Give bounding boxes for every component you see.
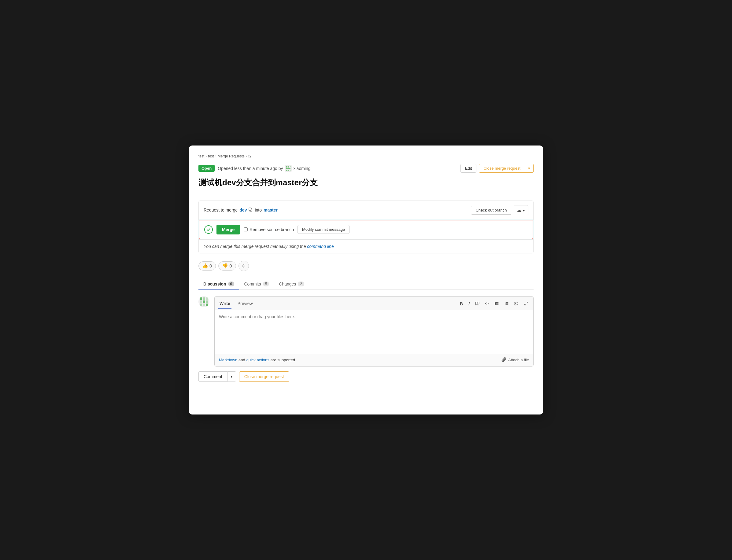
comment-dropdown-arrow-icon: ▾ [231,374,233,379]
main-window: test › test › Merge Requests › !2 Open O… [189,146,543,414]
tabs-row: Discussion 0 Commits 5 Changes 2 [198,278,534,290]
close-merge-request-button[interactable]: Close merge request [479,164,525,173]
svg-rect-9 [206,300,208,303]
cloud-upload-icon: ☁ [517,208,522,213]
close-merge-request-dropdown[interactable]: ▾ [525,164,534,173]
add-reaction-button[interactable]: ☺ [238,261,249,271]
comment-button[interactable]: Comment [198,371,227,382]
write-tab[interactable]: Write [218,299,231,309]
copy-branch-icon[interactable] [249,208,253,213]
thumbs-up-count: 0 [209,263,212,268]
comment-toolbar: B I 123 [459,299,530,310]
markdown-link[interactable]: Markdown [219,358,237,362]
svg-rect-5 [203,297,205,300]
opened-text: Opened less than a minute ago by [218,166,283,171]
merge-request-box: Request to merge dev into master Check o… [198,201,534,253]
svg-point-16 [495,302,496,303]
breadcrumb-item-3[interactable]: Merge Requests [218,154,245,158]
comment-footer: Markdown and quick actions are supported… [215,354,533,366]
svg-rect-11 [203,304,205,306]
bottom-actions: Comment ▾ Close merge request [198,371,534,382]
checkout-dropdown-arrow: ▾ [523,208,525,213]
preview-tab[interactable]: Preview [236,299,254,309]
supported-text: are supported [271,358,295,362]
target-branch-link[interactable]: master [264,208,278,212]
merge-actions-row: Merge Remove source branch Modify commit… [199,220,533,239]
header-meta: Opened less than a minute ago by xiaomin… [218,165,310,172]
svg-rect-10 [200,304,202,306]
quick-actions-link[interactable]: quick actions [246,358,269,362]
svg-rect-4 [200,297,202,300]
close-merge-request-group: Close merge request ▾ [479,164,534,173]
header-actions: Edit Close merge request ▾ [460,164,534,173]
page-title: 测试机dev分支合并到master分支 [198,178,534,188]
author-avatar [285,165,292,172]
comment-textarea[interactable] [215,310,533,353]
svg-line-29 [527,302,528,303]
thumbs-up-button[interactable]: 👍 0 [198,261,216,271]
tab-discussion-label: Discussion [203,282,226,286]
merge-request-header-right: Check out branch ☁ ▾ [471,205,528,215]
svg-rect-7 [200,300,202,303]
tab-changes-label: Changes [279,282,296,286]
breadcrumb-sep-1: › [205,154,207,158]
checkout-branch-button[interactable]: Check out branch [471,206,511,215]
quote-button[interactable] [474,301,481,307]
svg-rect-6 [206,297,208,300]
tab-changes[interactable]: Changes 2 [274,278,309,290]
checkout-branch-dropdown[interactable]: ☁ ▾ [514,205,528,215]
merge-request-info: Request to merge dev into master [204,208,278,213]
fullscreen-button[interactable] [523,301,530,307]
source-branch-link[interactable]: dev [239,208,247,212]
author-name: xiaoming [294,166,311,171]
dropdown-arrow-icon: ▾ [528,166,530,171]
merge-status-check [204,225,213,234]
bold-button[interactable]: B [459,301,464,307]
code-button[interactable] [484,301,490,307]
attach-file-area[interactable]: Attach a file [501,357,529,363]
tab-discussion-badge: 0 [228,282,235,286]
comment-dropdown-button[interactable]: ▾ [227,371,236,381]
request-to-merge-text: Request to merge [204,208,238,212]
svg-rect-27 [515,304,516,305]
merge-button[interactable]: Merge [216,225,240,234]
thumbs-down-button[interactable]: 👎 0 [218,261,236,271]
tab-discussion[interactable]: Discussion 0 [198,278,239,290]
ordered-list-button[interactable]: 123 [503,301,510,307]
command-line-link[interactable]: command line [307,244,334,249]
add-reaction-icon: ☺ [241,263,246,269]
close-merge-request-bottom-button[interactable]: Close merge request [239,371,289,382]
breadcrumb-item-1[interactable]: test [198,154,204,158]
comment-tab-list: Write Preview [218,299,254,309]
unordered-list-button[interactable] [494,301,500,307]
attach-file-icon [501,357,506,363]
tab-commits-badge: 5 [263,282,269,286]
header-row: Open Opened less than a minute ago by xi… [198,164,534,173]
tab-commits-label: Commits [244,282,261,286]
breadcrumb-item-2[interactable]: test [208,154,214,158]
breadcrumb: test › test › Merge Requests › !2 [198,154,534,158]
svg-line-30 [525,304,526,305]
attach-file-label[interactable]: Attach a file [508,358,529,362]
breadcrumb-current: !2 [248,154,252,158]
merge-hint-row: You can merge this merge request manuall… [199,239,533,253]
current-user-avatar [198,296,209,307]
svg-text:3: 3 [505,304,506,305]
tab-changes-badge: 2 [298,282,304,286]
tab-commits[interactable]: Commits 5 [239,278,274,290]
task-list-button[interactable] [513,301,520,307]
svg-rect-12 [206,304,208,306]
modify-commit-button[interactable]: Modify commit message [298,225,349,234]
remove-source-branch-checkbox[interactable] [244,227,248,231]
status-badge: Open [198,165,215,172]
remove-source-branch-text: Remove source branch [250,227,294,232]
italic-button[interactable]: I [467,301,471,307]
into-text: into [255,208,262,212]
thumbs-down-emoji: 👎 [222,263,228,269]
remove-source-branch-label[interactable]: Remove source branch [244,227,294,232]
divider-1 [198,195,534,195]
header-left: Open Opened less than a minute ago by xi… [198,165,311,172]
svg-point-18 [495,304,496,305]
edit-button[interactable]: Edit [460,164,476,173]
breadcrumb-sep-3: › [246,154,247,158]
